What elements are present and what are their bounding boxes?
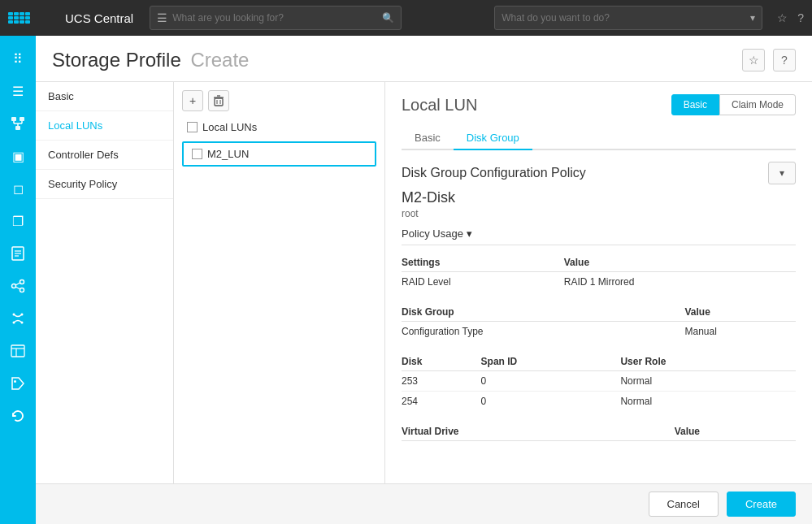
settings-col-header: Settings <box>402 253 564 272</box>
mode-buttons: Basic Claim Mode <box>671 94 796 115</box>
config-type-label: Configuration Type <box>402 322 685 342</box>
svg-point-16 <box>13 314 15 316</box>
middle-toolbar: + <box>182 90 376 111</box>
raid-level-value: RAID 1 Mirrored <box>564 272 796 292</box>
disk-253: 253 <box>402 371 481 392</box>
footer: Cancel Create <box>36 483 812 524</box>
lun-section-header: Local LUNs <box>182 118 376 136</box>
page-title-main: Storage Profile <box>52 49 181 71</box>
policy-usage-row: Policy Usage ▾ <box>402 227 796 245</box>
disk-table: Disk Span ID User Role 253 0 Normal 254 <box>402 353 796 411</box>
favorite-button[interactable]: ☆ <box>742 49 765 71</box>
svg-point-11 <box>20 280 24 284</box>
sidebar-icon-copy[interactable]: ❐ <box>3 206 33 236</box>
lun-item-checkbox[interactable] <box>192 149 202 159</box>
content-area: Storage Profile Create ☆ ? Basic Local L… <box>36 36 812 524</box>
svg-line-15 <box>15 287 20 289</box>
policy-usage-label: Policy Usage <box>402 227 463 240</box>
sidebar-icon-document[interactable] <box>3 239 33 268</box>
top-nav: UCS Central ☰ 🔍 ▾ ☆ ? <box>0 0 812 36</box>
table-row: RAID Level RAID 1 Mirrored <box>402 272 796 292</box>
svg-rect-1 <box>20 117 24 121</box>
page-header-icons: ☆ ? <box>742 49 796 71</box>
svg-point-17 <box>21 314 24 316</box>
top-icons: ☆ ? <box>777 11 804 24</box>
right-panel-header: Local LUN Basic Claim Mode <box>402 94 796 115</box>
sidebar-icon-hierarchy[interactable] <box>3 109 33 138</box>
settings-value-header: Value <box>564 253 796 272</box>
mode-basic-button[interactable]: Basic <box>671 94 719 115</box>
lun-item-label: M2_LUN <box>207 148 249 160</box>
nav-item-basic[interactable]: Basic <box>36 82 173 111</box>
policy-root: root <box>402 208 796 219</box>
help-button[interactable]: ? <box>773 49 796 71</box>
user-role-col-header: User Role <box>620 353 796 371</box>
dropdown-arrow-icon: ▾ <box>750 12 755 24</box>
disk-254: 254 <box>402 392 481 412</box>
main-container: ⠿ ☰ ▣ ◻ ❐ Storage Profile <box>0 36 812 524</box>
delete-lun-button[interactable] <box>208 90 229 111</box>
config-type-value: Manual <box>685 322 796 342</box>
sidebar-icon-window[interactable]: ◻ <box>3 174 33 203</box>
sidebar-icon-tag[interactable] <box>3 369 33 398</box>
tabs: Basic Disk Group <box>402 127 796 150</box>
action-input[interactable] <box>502 12 750 24</box>
search-input[interactable] <box>172 12 382 24</box>
mode-claim-button[interactable]: Claim Mode <box>719 94 796 115</box>
sidebar-icon-connector[interactable] <box>3 304 33 333</box>
hamburger-icon[interactable]: ☰ <box>157 11 167 24</box>
span-id-254: 0 <box>481 392 621 412</box>
policy-name: M2-Disk <box>402 189 796 206</box>
page-title-group: Storage Profile Create <box>52 49 249 71</box>
tab-disk-group[interactable]: Disk Group <box>454 127 532 150</box>
disk-group-section-heading: Disk Group Configuration Policy ▾ <box>402 162 796 184</box>
page-body: Basic Local LUNs Controller Defs Securit… <box>36 82 812 483</box>
lun-section-label: Local LUNs <box>202 121 257 133</box>
svg-line-14 <box>15 283 20 285</box>
sidebar-icon-grid[interactable]: ⠿ <box>3 44 33 73</box>
svg-point-19 <box>21 322 24 324</box>
disk-group-dropdown[interactable]: ▾ <box>768 162 796 184</box>
sidebar-icon-table[interactable] <box>3 336 33 366</box>
vd-value-label: Value <box>675 422 796 441</box>
lun-item-m2[interactable]: M2_LUN <box>182 141 376 167</box>
cisco-logo <box>8 12 57 24</box>
nav-item-controller-defs[interactable]: Controller Defs <box>36 141 173 170</box>
svg-point-13 <box>20 288 24 292</box>
left-nav: Basic Local LUNs Controller Defs Securit… <box>36 82 174 483</box>
table-row <box>402 441 796 457</box>
sidebar-icon-server[interactable]: ▣ <box>3 141 33 171</box>
sidebar-icon-refresh[interactable] <box>3 401 33 431</box>
search-bar: ☰ 🔍 <box>150 6 402 30</box>
svg-point-23 <box>14 380 16 383</box>
svg-rect-24 <box>215 98 223 106</box>
nav-item-local-luns[interactable]: Local LUNs <box>36 111 173 141</box>
svg-rect-2 <box>15 126 20 130</box>
cisco-logo-dots <box>8 12 30 24</box>
tab-basic[interactable]: Basic <box>402 127 454 150</box>
nav-item-security-policy[interactable]: Security Policy <box>36 170 173 199</box>
svg-rect-0 <box>11 117 16 121</box>
dg-col-header: Disk Group <box>402 303 685 322</box>
cancel-button[interactable]: Cancel <box>649 492 719 517</box>
span-id-col-header: Span ID <box>481 353 621 371</box>
action-bar: ▾ <box>494 6 762 30</box>
lun-select-all-checkbox[interactable] <box>187 122 198 132</box>
sidebar: ⠿ ☰ ▣ ◻ ❐ <box>0 36 36 524</box>
table-row: 253 0 Normal <box>402 371 796 392</box>
sidebar-icon-list[interactable]: ☰ <box>3 76 33 106</box>
panel-title: Local LUN <box>402 96 477 115</box>
sidebar-icon-share[interactable] <box>3 271 33 301</box>
dg-value-header: Value <box>685 303 796 322</box>
help-icon[interactable]: ? <box>797 11 804 24</box>
user-role-253: Normal <box>620 371 796 392</box>
user-role-254: Normal <box>620 392 796 412</box>
star-icon[interactable]: ☆ <box>777 11 788 24</box>
add-lun-button[interactable]: + <box>182 90 203 111</box>
page-header: Storage Profile Create ☆ ? <box>36 36 812 82</box>
virtual-drive-table: Virtual Drive Value <box>402 422 796 457</box>
disk-col-header: Disk <box>402 353 481 371</box>
create-button[interactable]: Create <box>727 492 796 517</box>
app-title: UCS Central <box>65 11 133 25</box>
span-id-253: 0 <box>481 371 621 392</box>
